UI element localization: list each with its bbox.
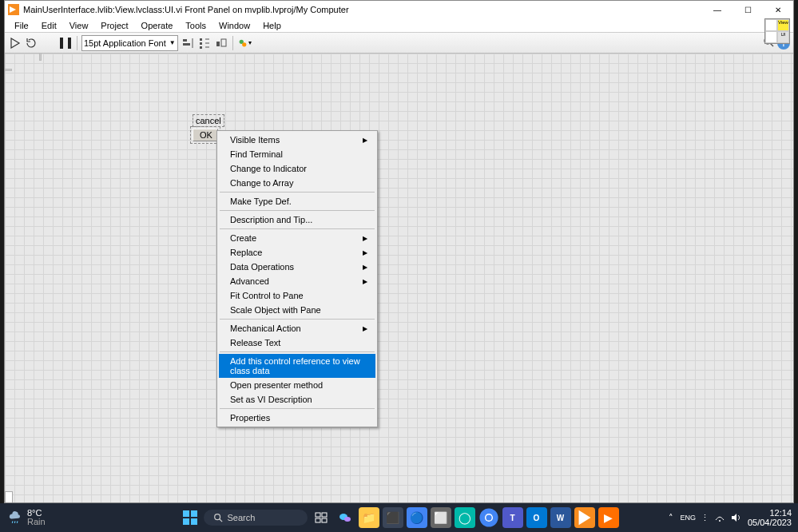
- menu-tools[interactable]: Tools: [179, 19, 212, 32]
- teams-icon[interactable]: T: [502, 507, 523, 528]
- svg-rect-12: [322, 513, 327, 517]
- context-menu-item[interactable]: Mechanical Action: [219, 321, 375, 335]
- svg-rect-13: [316, 518, 320, 522]
- font-label: 15pt Application Font: [84, 38, 166, 48]
- date: 05/04/2023: [748, 518, 792, 527]
- reorder-button[interactable]: ▾: [237, 36, 252, 50]
- front-panel-canvas[interactable]: cancel OK Visible ItemsFind TerminalChan…: [5, 54, 793, 502]
- resize-objects-button[interactable]: [214, 36, 228, 50]
- app-window: MainUserInterface.lvlib:View.lvclass:UI.…: [4, 0, 794, 503]
- context-menu-item[interactable]: Fit Control to Pane: [219, 288, 375, 303]
- time: 12:14: [769, 508, 792, 518]
- window-title: MainUserInterface.lvlib:View.lvclass:UI.…: [23, 5, 702, 14]
- network-icon[interactable]: [714, 512, 725, 523]
- titlebar: MainUserInterface.lvlib:View.lvclass:UI.…: [5, 1, 793, 18]
- context-menu-item[interactable]: Properties: [219, 411, 375, 425]
- svg-point-16: [344, 517, 351, 522]
- language-indicator[interactable]: ENG: [680, 514, 696, 522]
- windows-taskbar: 8°C Rain Search 📁 ⬛ 🔵 ⬜ ◯ T O W ▶ ˄ ENG …: [0, 503, 798, 532]
- svg-rect-1: [183, 43, 190, 46]
- pause-button[interactable]: [58, 36, 73, 50]
- context-menu-item[interactable]: Make Type Def.: [219, 194, 375, 208]
- context-menu-item[interactable]: Data Operations: [219, 260, 375, 274]
- distribute-objects-button[interactable]: [197, 36, 212, 50]
- svg-rect-14: [322, 518, 327, 522]
- tray-chevron-icon[interactable]: ˄: [669, 513, 673, 523]
- svg-rect-0: [183, 39, 187, 42]
- chrome-icon[interactable]: [478, 507, 499, 528]
- context-menu-item[interactable]: Add this control reference to view class…: [219, 354, 375, 378]
- volume-icon[interactable]: [730, 512, 741, 523]
- context-menu-item[interactable]: Open presenter method: [219, 378, 375, 392]
- svg-rect-4: [200, 46, 202, 49]
- abort-button[interactable]: [42, 36, 56, 50]
- chat-icon[interactable]: [335, 507, 355, 528]
- context-menu-item[interactable]: Find Terminal: [219, 147, 375, 161]
- svg-rect-11: [316, 513, 320, 517]
- vi-icon-palette[interactable]: View UI: [764, 18, 790, 44]
- system-tray: ˄ ENG ⋮ 12:14 05/04/2023: [669, 508, 792, 527]
- task-view-icon[interactable]: [311, 507, 332, 528]
- labview-app-icon: [8, 4, 19, 15]
- wifi-icon[interactable]: ⋮: [701, 513, 709, 523]
- svg-rect-3: [200, 42, 202, 45]
- run-button[interactable]: [8, 36, 22, 50]
- menu-project[interactable]: Project: [94, 19, 134, 32]
- menu-file[interactable]: File: [8, 19, 35, 32]
- app-icon-2[interactable]: 🔵: [407, 507, 427, 528]
- font-selector[interactable]: 15pt Application Font ▼: [81, 35, 178, 51]
- svg-point-10: [214, 514, 220, 520]
- taskbar-search[interactable]: Search: [204, 510, 308, 526]
- taskbar-weather[interactable]: 8°C Rain: [0, 509, 46, 526]
- context-menu-item[interactable]: Create: [219, 231, 375, 245]
- context-menu: Visible ItemsFind TerminalChange to Indi…: [216, 130, 378, 427]
- close-button[interactable]: ✕: [763, 1, 793, 18]
- search-placeholder: Search: [228, 513, 256, 522]
- svg-rect-5: [216, 42, 220, 46]
- app-icon-3[interactable]: ⬜: [431, 507, 451, 528]
- menubar: File Edit View Project Operate Tools Win…: [5, 18, 793, 33]
- context-menu-item[interactable]: Release Text: [219, 335, 375, 350]
- toolbar: 15pt Application Font ▼ ▾ ? View UI: [5, 33, 793, 54]
- app-icon-orange[interactable]: ▶: [598, 507, 619, 528]
- menu-window[interactable]: Window: [212, 19, 256, 32]
- app-icon-1[interactable]: ⬛: [383, 507, 403, 528]
- context-menu-item[interactable]: Change to Array: [219, 176, 375, 190]
- minimize-button[interactable]: ―: [702, 1, 732, 18]
- context-menu-item[interactable]: Scale Object with Pane: [219, 303, 375, 317]
- menu-operate[interactable]: Operate: [135, 19, 180, 32]
- context-menu-item[interactable]: Change to Indicator: [219, 161, 375, 176]
- labview-taskbar-icon[interactable]: [574, 507, 595, 528]
- app-icon-4[interactable]: ◯: [455, 507, 475, 528]
- window-controls: ― ☐ ✕: [702, 1, 793, 18]
- context-menu-item[interactable]: Advanced: [219, 274, 375, 288]
- clock[interactable]: 12:14 05/04/2023: [748, 508, 792, 527]
- word-icon[interactable]: W: [550, 507, 571, 528]
- context-menu-item[interactable]: Visible Items: [219, 133, 375, 147]
- svg-rect-2: [200, 38, 202, 41]
- run-continuously-button[interactable]: [25, 36, 39, 50]
- menu-edit[interactable]: Edit: [35, 19, 63, 32]
- align-objects-button[interactable]: [181, 36, 195, 50]
- context-menu-item[interactable]: Replace: [219, 245, 375, 260]
- ok-button-control[interactable]: OK: [193, 129, 218, 141]
- start-button[interactable]: [180, 507, 200, 528]
- svg-point-19: [486, 514, 491, 520]
- svg-rect-6: [221, 39, 226, 46]
- status-strip: [5, 491, 13, 502]
- control-label[interactable]: cancel: [193, 114, 224, 127]
- search-icon: [213, 513, 223, 522]
- separator: [232, 36, 233, 50]
- weather-condition: Rain: [27, 518, 46, 526]
- context-menu-item[interactable]: Description and Tip...: [219, 212, 375, 227]
- svg-point-20: [719, 520, 721, 522]
- outlook-icon[interactable]: O: [526, 507, 547, 528]
- file-explorer-icon[interactable]: 📁: [359, 507, 379, 528]
- svg-point-8: [242, 42, 246, 46]
- context-menu-item[interactable]: Set as VI Description: [219, 392, 375, 407]
- maximize-button[interactable]: ☐: [732, 1, 763, 18]
- separator: [77, 36, 77, 50]
- menu-view[interactable]: View: [63, 19, 95, 32]
- dropdown-icon: ▼: [169, 39, 176, 46]
- menu-help[interactable]: Help: [256, 19, 288, 32]
